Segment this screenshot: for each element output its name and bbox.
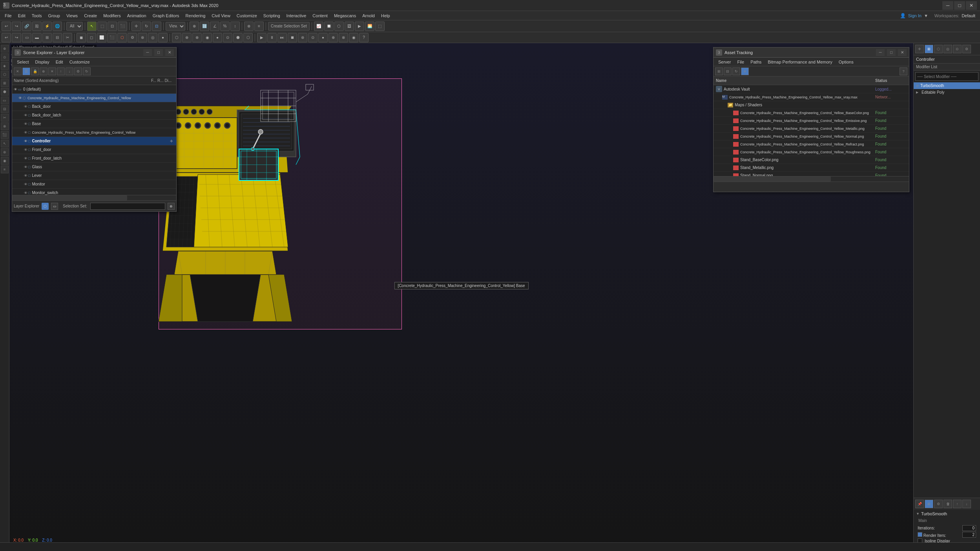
se-close-button[interactable]: ✕ bbox=[165, 49, 174, 56]
se-scrollbar[interactable] bbox=[12, 195, 176, 200]
at-maximize-button[interactable]: □ bbox=[887, 49, 896, 56]
sidebar-icon-3[interactable]: ◈ bbox=[1, 62, 9, 70]
snap-button[interactable]: 🔢 bbox=[200, 22, 209, 31]
menu-views[interactable]: Views bbox=[63, 11, 81, 20]
se-down-icon[interactable]: ↓ bbox=[66, 67, 73, 75]
sidebar-icon-12[interactable]: ↖ bbox=[1, 140, 9, 147]
at-scrollbar[interactable] bbox=[714, 176, 909, 182]
tb2-btn32[interactable]: ⊕ bbox=[328, 33, 338, 42]
se-item-back-door-latch[interactable]: 👁 □ Back_door_latch bbox=[12, 111, 176, 120]
pivot-button[interactable]: ⊕ bbox=[190, 22, 199, 31]
sidebar-icon-7[interactable]: ▭ bbox=[1, 96, 9, 104]
tb2-btn1[interactable]: ↩ bbox=[2, 33, 11, 42]
workspaces-value[interactable]: Default bbox=[962, 13, 975, 18]
sidebar-icon-4[interactable]: ⬡ bbox=[1, 71, 9, 78]
menu-content[interactable]: Content bbox=[309, 11, 331, 20]
angle-snap-button[interactable]: ∠ bbox=[210, 22, 219, 31]
tb2-btn21[interactable]: ● bbox=[213, 33, 222, 42]
menu-interactive[interactable]: Interactive bbox=[283, 11, 310, 20]
at-menu-paths[interactable]: Paths bbox=[747, 59, 765, 65]
sidebar-icon-9[interactable]: ✂ bbox=[1, 114, 9, 122]
filter-dropdown[interactable]: All bbox=[66, 22, 83, 31]
select-region-button[interactable]: ⬚ bbox=[97, 22, 107, 31]
at-item-roughness[interactable]: Concrete_Hydraulic_Press_Machine_Enginee… bbox=[714, 148, 909, 156]
se-menu-select[interactable]: Select bbox=[14, 59, 32, 65]
se-item-controller[interactable]: 👁 □ Controller ✛ bbox=[12, 137, 176, 145]
link-button[interactable]: 🔗 bbox=[22, 22, 31, 31]
tb2-btn16[interactable]: ● bbox=[158, 33, 168, 42]
rp-hierarchy-icon[interactable]: ⬡ bbox=[934, 45, 943, 53]
rp-modify-icon[interactable]: ⊞ bbox=[925, 45, 933, 53]
select-lasso-button[interactable]: ⊡ bbox=[108, 22, 117, 31]
at-item-maps-folder[interactable]: 📁 Maps / Shaders bbox=[714, 101, 909, 109]
tb2-btn30[interactable]: ⊙ bbox=[308, 33, 318, 42]
mc-configure-icon[interactable]: ⚙ bbox=[934, 500, 943, 508]
at-item-stand-metallic[interactable]: Stand_Metallic.png Found bbox=[714, 164, 909, 172]
tb2-btn35[interactable]: ? bbox=[359, 33, 369, 42]
ts-renderiters-input[interactable] bbox=[962, 532, 976, 538]
se-delete-icon[interactable]: ✕ bbox=[48, 67, 56, 75]
render-setup-button[interactable]: 🖼 bbox=[345, 22, 354, 31]
menu-animation[interactable]: Animation bbox=[124, 11, 150, 20]
move-button[interactable]: ✛ bbox=[131, 22, 141, 31]
tb2-btn6[interactable]: ⊟ bbox=[53, 33, 62, 42]
view-dropdown[interactable]: View bbox=[166, 22, 185, 31]
se-item-concrete[interactable]: 👁 □ Concrete_Hydraulic_Press_Machine_Eng… bbox=[12, 128, 176, 137]
at-tb-btn2[interactable]: ⊟ bbox=[724, 67, 732, 75]
tb2-btn29[interactable]: ⊛ bbox=[298, 33, 307, 42]
at-close-button[interactable]: ✕ bbox=[898, 49, 907, 56]
rp-motion-icon[interactable]: ◎ bbox=[944, 45, 952, 53]
spinner-snap-button[interactable]: ↕ bbox=[230, 22, 240, 31]
menu-file[interactable]: File bbox=[2, 11, 15, 20]
modifier-list-dropdown[interactable]: ── Select Modifier ── bbox=[915, 72, 978, 81]
se-item-list[interactable]: 👁 ▭ 0 (default) 👁 ⬡ Concrete_Hydraulic_P… bbox=[12, 85, 176, 195]
at-item-metallic[interactable]: Concrete_Hydraulic_Press_Machine_Enginee… bbox=[714, 125, 909, 133]
select-button[interactable]: ↖ bbox=[87, 22, 97, 31]
se-item-monitor[interactable]: 👁 □ Monitor bbox=[12, 180, 176, 189]
at-asset-list[interactable]: V Autodesk Vault Logged... M Concrete_Hy… bbox=[714, 85, 909, 176]
sidebar-icon-13[interactable]: ⊛ bbox=[1, 148, 9, 156]
at-item-stand-basecolor[interactable]: Stand_BaseColor.png Found bbox=[714, 156, 909, 164]
at-tb-btn1[interactable]: ⊞ bbox=[715, 67, 723, 75]
tb2-btn13[interactable]: ⚙ bbox=[128, 33, 137, 42]
tb2-btn4[interactable]: ▬ bbox=[32, 33, 42, 42]
at-item-max-file[interactable]: M Concrete_Hydraulic_Press_Machine_Engin… bbox=[714, 93, 909, 101]
menu-create[interactable]: Create bbox=[81, 11, 100, 20]
mc-movedown-icon[interactable]: ↓ bbox=[962, 500, 971, 508]
ts-iterations-input[interactable] bbox=[962, 525, 976, 531]
tb2-btn34[interactable]: ◉ bbox=[349, 33, 358, 42]
at-tb-btn3[interactable]: ↻ bbox=[732, 67, 740, 75]
at-item-emissive[interactable]: Concrete_Hydraulic_Press_Machine_Enginee… bbox=[714, 117, 909, 125]
align-button[interactable]: ≡ bbox=[254, 22, 264, 31]
tb2-btn3[interactable]: ▭ bbox=[22, 33, 31, 42]
se-close-icon[interactable]: ✕ bbox=[14, 67, 22, 75]
tb2-btn28[interactable]: ⏹ bbox=[288, 33, 297, 42]
sidebar-icon-5[interactable]: ⊞ bbox=[1, 79, 9, 87]
curve-editor-button[interactable]: 📈 bbox=[314, 22, 323, 31]
material-editor-button[interactable]: ⬡ bbox=[334, 22, 344, 31]
bind-button[interactable]: ⚡ bbox=[42, 22, 52, 31]
unlink-button[interactable]: ⛓ bbox=[32, 22, 42, 31]
se-item-monitor-switch[interactable]: 👁 □ Monitor_switch bbox=[12, 189, 176, 195]
se-item-lever[interactable]: 👁 □ Lever bbox=[12, 171, 176, 180]
tb2-btn24[interactable]: ⬡ bbox=[243, 33, 253, 42]
tb2-btn23[interactable]: ⬢ bbox=[233, 33, 243, 42]
menu-help[interactable]: Help bbox=[378, 11, 393, 20]
se-maximize-button[interactable]: □ bbox=[154, 49, 163, 56]
tb2-btn11[interactable]: ⬛ bbox=[107, 33, 117, 42]
percent-snap-button[interactable]: % bbox=[220, 22, 230, 31]
at-menu-file[interactable]: File bbox=[734, 59, 747, 65]
menu-arnold[interactable]: Arnold bbox=[359, 11, 378, 20]
se-options-icon[interactable]: ⚙ bbox=[74, 67, 82, 75]
tb2-btn25[interactable]: ▶ bbox=[257, 33, 266, 42]
at-item-refract[interactable]: Concrete_Hydraulic_Press_Machine_Enginee… bbox=[714, 140, 909, 148]
sidebar-icon-14[interactable]: ◉ bbox=[1, 157, 9, 165]
scale-button[interactable]: ⊡ bbox=[152, 22, 161, 31]
se-up-icon[interactable]: ↑ bbox=[57, 67, 65, 75]
at-minimize-button[interactable]: ─ bbox=[876, 49, 885, 56]
tb2-btn19[interactable]: ⊗ bbox=[192, 33, 202, 42]
tb2-btn7[interactable]: ✂ bbox=[63, 33, 72, 42]
hierarchy-button[interactable]: 🌐 bbox=[53, 22, 62, 31]
tb2-btn2[interactable]: ↪ bbox=[12, 33, 21, 42]
rp-utilities-icon[interactable]: ⚙ bbox=[962, 45, 971, 53]
